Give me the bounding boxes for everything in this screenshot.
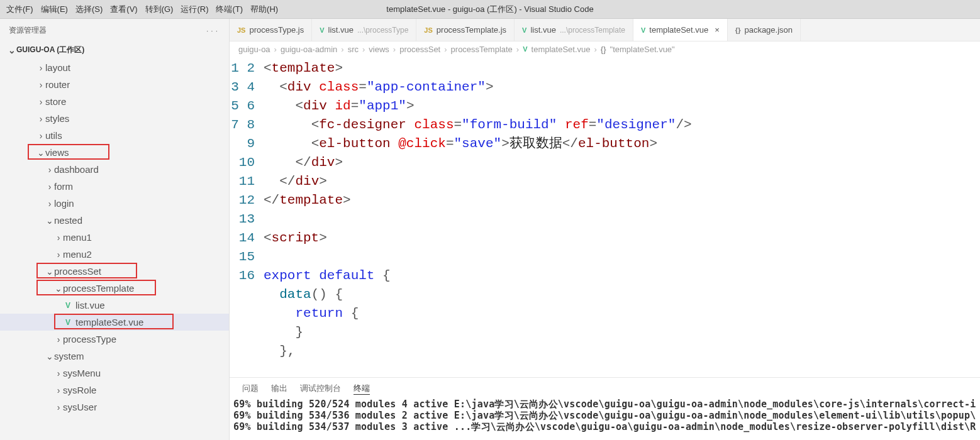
- tree-item[interactable]: ⌄processSet: [0, 263, 229, 280]
- breadcrumb-segment[interactable]: guigu-oa: [238, 45, 270, 54]
- tree-item[interactable]: ›sysUser: [0, 399, 229, 415]
- tab-path: ...\processTemplate: [560, 26, 625, 35]
- chevron-right-icon: ›: [54, 250, 63, 260]
- menu-item[interactable]: 编辑(E): [41, 4, 68, 15]
- chevron-down-icon: ⌄: [36, 148, 45, 158]
- panel-tabs: 问题输出调试控制台终端: [230, 378, 980, 397]
- tree-item[interactable]: ⌄views: [0, 144, 229, 161]
- tree-item[interactable]: ›sysRole: [0, 382, 229, 399]
- tree-label: store: [45, 96, 66, 107]
- tree-label: form: [54, 181, 73, 192]
- tree-label: sysMenu: [63, 368, 101, 378]
- breadcrumb-segment[interactable]: guigu-oa-admin: [281, 45, 337, 54]
- tree-item[interactable]: ›router: [0, 76, 229, 93]
- tree-label: router: [45, 79, 70, 90]
- tree-item[interactable]: ›dashboard: [0, 161, 229, 178]
- chevron-right-icon: ›: [45, 182, 54, 192]
- tree-label: layout: [45, 62, 70, 73]
- tree-item[interactable]: ›store: [0, 93, 229, 110]
- breadcrumb[interactable]: guigu-oa›guigu-oa-admin›src›views›proces…: [230, 41, 980, 57]
- menu-item[interactable]: 运行(R): [181, 4, 208, 15]
- code-editor[interactable]: 1 2 3 4 5 6 7 8 9 10 11 12 13 14 15 16 <…: [230, 57, 980, 377]
- tree-item[interactable]: ⌄processTemplate: [0, 280, 229, 297]
- editor-tab[interactable]: JSprocessType.js: [230, 19, 312, 41]
- tree-item[interactable]: ›form: [0, 178, 229, 195]
- breadcrumb-segment[interactable]: views: [369, 45, 389, 54]
- tree-label: nested: [54, 215, 82, 226]
- chevron-down-icon: ⌄: [45, 351, 54, 361]
- terminal-output[interactable]: 69% building 520/524 modules 4 active E:…: [230, 397, 980, 440]
- vue-file-icon: V: [63, 300, 73, 311]
- tree-item[interactable]: ›menu2: [0, 246, 229, 263]
- tab-label: list.vue: [530, 25, 555, 35]
- close-icon[interactable]: ×: [715, 25, 720, 35]
- menu-item[interactable]: 查看(V): [110, 4, 137, 15]
- editor-tabs: JSprocessType.jsVlist.vue...\processType…: [230, 19, 980, 41]
- tree-label: login: [54, 198, 74, 209]
- tree-item[interactable]: ›menu1: [0, 229, 229, 246]
- menu-item[interactable]: 帮助(H): [250, 4, 278, 15]
- chevron-down-icon: ⌄: [8, 45, 16, 55]
- chevron-down-icon: ⌄: [45, 216, 54, 226]
- vue-icon: V: [320, 26, 324, 34]
- window-title: templateSet.vue - guigu-oa (工作区) - Visua…: [386, 4, 593, 15]
- breadcrumb-segment[interactable]: processTemplate: [451, 45, 513, 54]
- tree-item[interactable]: ›processType: [0, 331, 229, 348]
- tree-label: sysRole: [63, 385, 96, 395]
- tree-label: dashboard: [54, 164, 99, 175]
- panel-tab[interactable]: 调试控制台: [300, 383, 341, 395]
- menu-item[interactable]: 终端(T): [216, 4, 243, 15]
- breadcrumb-segment[interactable]: templateSet.vue: [532, 45, 591, 54]
- chevron-right-icon: ›: [54, 233, 63, 243]
- tree-item[interactable]: ›login: [0, 195, 229, 212]
- chevron-right-icon: ›: [54, 334, 63, 344]
- vue-icon: V: [641, 26, 645, 34]
- editor-tab[interactable]: Vlist.vue...\processType: [312, 19, 416, 41]
- more-icon[interactable]: ···: [206, 26, 220, 35]
- menu-item[interactable]: 转到(G): [145, 4, 174, 15]
- project-name: GUIGU-OA (工作区): [16, 45, 84, 55]
- code-content[interactable]: <template> <div class="app-container"> <…: [264, 57, 980, 377]
- editor-tab[interactable]: VtemplateSet.vue×: [633, 19, 728, 41]
- chevron-down-icon: ⌄: [45, 267, 54, 277]
- project-header[interactable]: ⌄ GUIGU-OA (工作区): [0, 42, 229, 58]
- tab-label: list.vue: [328, 25, 354, 35]
- panel-tab[interactable]: 输出: [271, 383, 287, 395]
- breadcrumb-segment[interactable]: "templateSet.vue": [610, 45, 675, 54]
- tree-item[interactable]: ›sysMenu: [0, 365, 229, 382]
- tree-item[interactable]: VtemplateSet.vue: [0, 314, 229, 331]
- explorer-header: 资源管理器 ···: [0, 19, 229, 42]
- explorer-title: 资源管理器: [9, 25, 47, 36]
- chevron-down-icon: ⌄: [54, 283, 63, 294]
- panel-tab[interactable]: 问题: [242, 383, 259, 395]
- explorer-sidebar: 资源管理器 ··· ⌄ GUIGU-OA (工作区) ›layout›route…: [0, 19, 230, 440]
- tab-path: ...\processType: [357, 26, 408, 35]
- file-tree: ›layout›router›store›styles›utils⌄views›…: [0, 58, 229, 440]
- tree-item[interactable]: ⌄nested: [0, 212, 229, 229]
- tree-label: menu1: [63, 232, 92, 243]
- chevron-right-icon: ›: [45, 165, 54, 175]
- vue-file-icon: V: [523, 45, 527, 53]
- breadcrumb-separator: ›: [594, 45, 597, 54]
- breadcrumb-segment[interactable]: processSet: [399, 45, 440, 54]
- tree-label: processType: [63, 334, 116, 344]
- breadcrumb-segment[interactable]: src: [348, 45, 359, 54]
- chevron-right-icon: ›: [54, 402, 63, 412]
- chevron-right-icon: ›: [36, 80, 45, 90]
- breadcrumb-separator: ›: [274, 45, 277, 54]
- editor-tab[interactable]: JSprocessTemplate.js: [416, 19, 515, 41]
- breadcrumb-separator: ›: [444, 45, 447, 54]
- titlebar: 文件(F)编辑(E)选择(S)查看(V)转到(G)运行(R)终端(T)帮助(H)…: [0, 0, 980, 19]
- tree-item[interactable]: ›layout: [0, 59, 229, 76]
- menu-item[interactable]: 文件(F): [6, 4, 33, 15]
- tree-item[interactable]: ›styles: [0, 110, 229, 127]
- tree-item[interactable]: ›utils: [0, 127, 229, 144]
- json-icon: {}: [735, 26, 741, 34]
- panel-tab[interactable]: 终端: [354, 383, 370, 395]
- editor-tab[interactable]: {}package.json: [728, 19, 801, 41]
- editor-tab[interactable]: Vlist.vue...\processTemplate: [515, 19, 633, 41]
- tree-label: processTemplate: [63, 283, 134, 294]
- menu-item[interactable]: 选择(S): [75, 4, 103, 15]
- tree-item[interactable]: Vlist.vue: [0, 297, 229, 314]
- tree-item[interactable]: ⌄system: [0, 348, 229, 365]
